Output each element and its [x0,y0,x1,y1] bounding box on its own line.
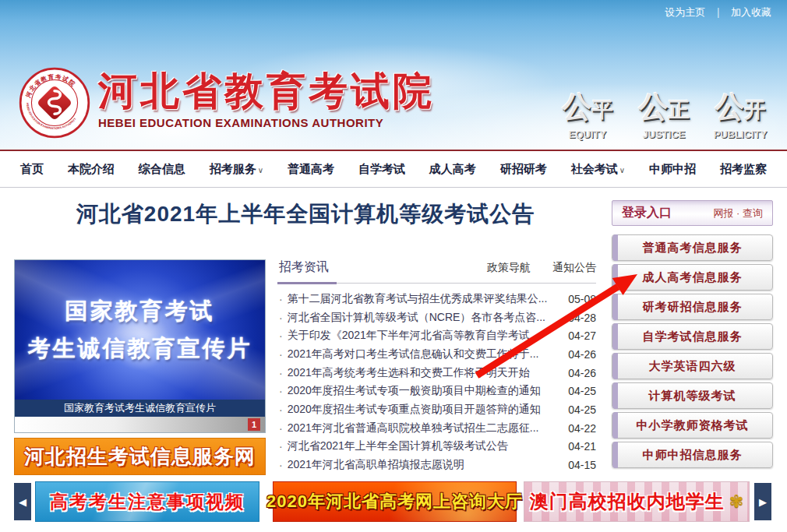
nav-item-label: 普通高考 [288,162,334,175]
news-tabs: 招考资讯 政策导航 通知公告 [279,259,596,284]
video-caption: 国家教育考试考生诚信教育宣传片 [15,400,265,417]
purple-accent-bar [612,234,618,261]
purple-accent-bar [612,412,618,439]
news-row[interactable]: ·2020年度招生考试专项重点资助项目开题答辩的通知04-25 [279,400,596,419]
service-button-column: 普通高考信息服务 成人高考信息服务 研考研招信息服务 自学考试信息服务 大学英语… [612,234,773,468]
bottom-banner-macau-recruit[interactable]: 澳门高校招收内地学生 ✾ [524,481,750,522]
purple-accent-bar [612,323,618,350]
sidebar-button-ncre[interactable]: 计算机等级考试 [612,382,773,409]
topbar-separator: ｜ [713,5,723,19]
sidebar-button-cet[interactable]: 大学英语四六级 [612,353,773,379]
news-date: 04-22 [568,422,596,435]
purple-accent-bar [612,353,618,379]
news-panel: 招考资讯 政策导航 通知公告 ·第十二届河北省教育考试与招生优秀成果评奖结果公.… [279,259,596,474]
news-title: 河北省全国计算机等级考试（NCRE）各市各考点咨... [288,311,561,325]
bullet-icon: · [279,440,283,453]
add-favorite-link[interactable]: 加入收藏 [731,5,771,19]
set-home-link[interactable]: 设为主页 [665,5,705,19]
carousel-pagination-strip: 1 [15,417,265,432]
nav-item-general-info[interactable]: 综合信息 [139,162,185,177]
nav-item-label: 研招研考 [500,162,547,175]
sidebar-button-adult-gaokao-info[interactable]: 成人高考信息服务 [612,264,773,291]
news-title: 2021年高考对口考生考试信息确认和交费工作将于... [288,347,561,361]
bottom-banner-consult-hall[interactable]: 2020年河北省高考网上咨询大厅 [273,481,517,522]
news-date: 04-25 [568,403,596,416]
news-date: 04-15 [568,459,596,471]
news-row[interactable]: ·2020年度招生考试专项一般资助项目中期检查的通知04-25 [279,382,596,400]
site-title: 河北省教育考试院 [98,69,435,114]
sidebar-button-teacher-cert[interactable]: 中小学教师资格考试 [612,412,773,439]
purple-accent-bar [612,264,618,291]
video-carousel[interactable]: 国家教育考试 考生诚信教育宣传片 国家教育考试考生诚信教育宣传片 1 [14,259,266,433]
tab-exam-news[interactable]: 招考资讯 [279,259,329,276]
sidebar-button-postgrad-info[interactable]: 研考研招信息服务 [612,294,773,320]
nav-item-about[interactable]: 本院介绍 [68,162,115,177]
sidebar-button-self-study-info[interactable]: 自学考试信息服务 [612,323,773,350]
nav-item-label: 中师中招 [649,162,696,175]
news-row[interactable]: ·2021年高考统考考生选科和交费工作将于明天开始04-26 [279,364,596,382]
bullet-icon: · [279,329,283,342]
bullet-icon: · [279,422,283,435]
purple-accent-bar [612,382,618,409]
sidebar-button-label: 大学英语四六级 [649,359,736,374]
bullet-icon: · [279,293,283,305]
seal-equity-en: EQUITY [558,129,617,140]
bottom-banner-label: 2020年河北省高考网上咨询大厅 [266,490,523,513]
featured-announcement-headline[interactable]: 河北省2021年上半年全国计算机等级考试公告 [14,199,597,229]
nav-item-supervision[interactable]: 招考监察 [720,162,767,177]
nav-item-self-study[interactable]: 自学考试 [358,162,405,177]
nav-item-secondary-normal[interactable]: 中师中招 [649,162,696,177]
nav-item-label: 社会考试 [571,162,618,175]
news-row[interactable]: ·2021年高考对口考生考试信息确认和交费工作将于...04-26 [279,345,596,364]
tab-policy-guide[interactable]: 政策导航 [487,261,531,275]
news-row[interactable]: ·2021年河北省高职单招填报志愿说明04-15 [279,456,596,474]
news-date: 04-26 [568,367,596,379]
bullet-icon: · [279,367,283,379]
info-service-site-banner[interactable]: 河北招生考试信息服务网 [14,438,266,475]
nav-item-home[interactable]: 首页 [20,162,44,177]
seal-publicity-cn: 公开 [711,87,770,127]
nav-item-adult-gaokao[interactable]: 成人高考 [429,162,476,177]
sidebar-button-label: 研考研招信息服务 [643,300,743,315]
tab-notices[interactable]: 通知公告 [552,261,596,275]
banner-next-button[interactable]: ▶ [754,483,771,520]
news-title: 2021年高考统考考生选科和交费工作将于明天开始 [288,366,561,380]
sidebar-button-label: 普通高考信息服务 [643,241,743,255]
login-entry-title: 登录入口 [622,205,672,221]
nav-item-gaokao[interactable]: 普通高考 [288,162,334,177]
chevron-down-icon: ∨ [258,166,263,174]
news-date: 04-21 [568,440,596,453]
bullet-icon: · [279,385,283,397]
news-date: 04-25 [568,385,596,397]
banner-prev-button[interactable]: ◀ [14,483,31,520]
nav-item-exam-services[interactable]: 招考服务∨ [210,162,263,177]
online-report-query-link[interactable]: 网报 · 查询 [713,206,763,220]
news-row[interactable]: ·2021年河北省普通高职院校单独考试招生二志愿征...04-22 [279,419,596,438]
sidebar-button-secondary-normal-info[interactable]: 中师中招信息服务 [612,442,773,468]
nav-item-label: 自学考试 [358,162,405,175]
news-row[interactable]: ·河北省2021年上半年全国计算机等级考试公告04-21 [279,438,596,456]
news-date: 04-27 [568,329,596,342]
news-list: ·第十二届河北省教育考试与招生优秀成果评奖结果公...05-08 ·河北省全国计… [279,290,596,474]
sidebar-button-gaokao-info[interactable]: 普通高考信息服务 [612,234,773,261]
news-row[interactable]: ·关于印发《2021年下半年河北省高等教育自学考试...04-27 [279,326,596,345]
login-entry-panel: 登录入口 网报 · 查询 [612,200,773,226]
bottom-banner-gaokao-video[interactable]: 高考考生注意事项视频 [35,481,259,522]
site-logo[interactable]: 河北省教育考试院 HEBEI EDUCATION EXAMINATIONS AU… [19,67,90,139]
nav-item-social-exams[interactable]: 社会考试∨ [571,162,625,177]
bullet-icon: · [279,312,283,324]
news-title: 2020年度招生考试专项重点资助项目开题答辩的通知 [288,403,561,417]
news-row[interactable]: ·第十二届河北省教育考试与招生优秀成果评奖结果公...05-08 [279,290,596,308]
bottom-banner-label: 澳门高校招收内地学生 [530,489,725,514]
seal-equity-cn: 公平 [558,87,617,127]
sidebar-button-label: 中师中招信息服务 [643,448,743,463]
nav-item-postgraduate[interactable]: 研招研考 [500,162,547,177]
video-title-line2: 考生诚信教育宣传片 [28,333,252,365]
carousel-page-indicator[interactable]: 1 [248,418,260,431]
news-row[interactable]: ·河北省全国计算机等级考试（NCRE）各市各考点咨...04-28 [279,308,596,327]
seal-equity: 公平 EQUITY [558,87,617,140]
news-date: 04-28 [568,312,596,324]
seal-publicity: 公开 PUBLICITY [711,87,770,140]
video-thumbnail[interactable]: 国家教育考试 考生诚信教育宣传片 [15,260,265,400]
lotus-icon: ✾ [729,491,743,512]
